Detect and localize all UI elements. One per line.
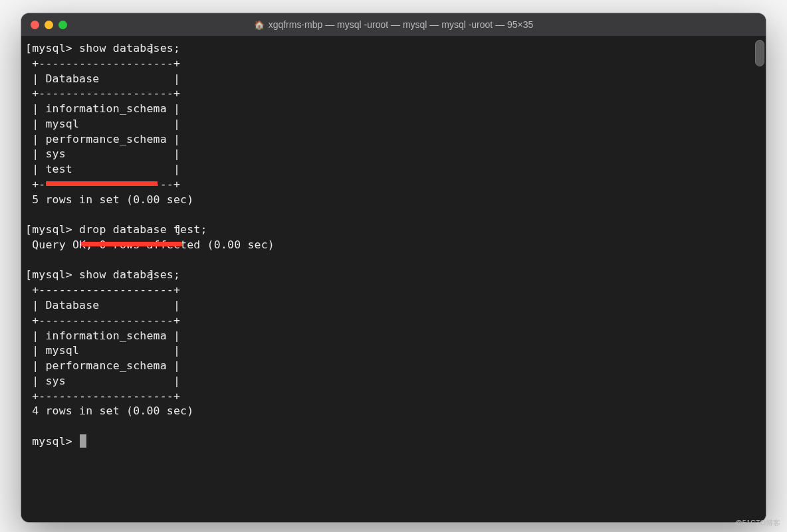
output-line: | information_schema | [32,329,180,342]
prompt: mysql> [32,435,72,448]
bracket-close: ] [148,41,155,56]
cursor [80,434,86,448]
bracket-close: ] [175,222,182,238]
watermark: @51CTO博客 [735,518,780,528]
window-title: 🏠 xgqfrms-mbp — mysql -uroot — mysql — m… [21,19,766,30]
output-line: | mysql | [32,118,180,130]
bracket-open: [ [25,268,32,281]
close-icon[interactable] [31,21,39,29]
command-3: show databases; [79,268,180,281]
output-line: | performance_schema | [32,359,180,372]
annotation-highlight-2 [81,242,182,246]
output-line: | sys | [32,147,180,160]
maximize-icon[interactable] [58,21,67,29]
output-line: | performance_schema | [32,133,180,145]
output-line: +--------------------+ [32,87,180,100]
terminal-window: 🏠 xgqfrms-mbp — mysql -uroot — mysql — m… [21,13,766,522]
bracket-open: [ [25,223,32,236]
window-title-text: xgqfrms-mbp — mysql -uroot — mysql — mys… [269,19,534,30]
scrollbar-thumb[interactable] [755,40,764,66]
prompt: mysql> [32,42,72,54]
bracket-close: ] [148,268,155,283]
output-line: | mysql | [32,344,180,357]
terminal-body[interactable]: [mysql> show databases;] +--------------… [21,36,766,522]
prompt: mysql> [32,268,72,281]
prompt: mysql> [32,223,72,236]
output-line: | information_schema | [32,102,180,115]
bracket-open: [ [25,42,32,54]
output-line: | test | [32,163,180,175]
traffic-lights [31,21,67,29]
output-line: 4 rows in set (0.00 sec) [32,404,193,417]
command-1: show databases; [79,42,180,54]
output-line: | sys | [32,375,180,387]
output-line: +--------------------+ [32,314,180,327]
home-icon: 🏠 [254,20,265,30]
output-line: | Database | [32,72,180,85]
output-line: 5 rows in set (0.00 sec) [32,193,193,206]
output-line: +--------------------+ [32,57,180,70]
output-line: | Database | [32,299,180,311]
output-line: +--------------------+ [32,390,180,402]
minimize-icon[interactable] [45,21,53,29]
output-line: +--------------------+ [32,284,180,296]
command-2: drop database test; [79,223,207,236]
annotation-highlight-1 [46,181,158,186]
titlebar[interactable]: 🏠 xgqfrms-mbp — mysql -uroot — mysql — m… [21,13,766,36]
